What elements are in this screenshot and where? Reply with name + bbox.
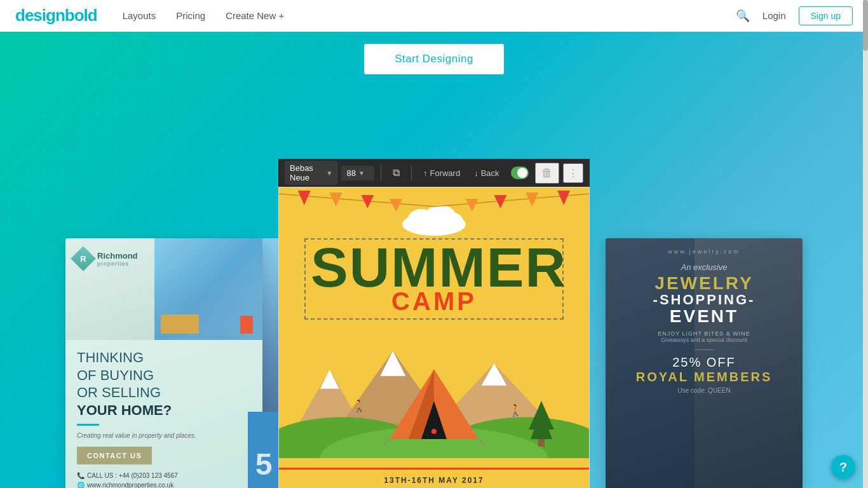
help-icon: ? bbox=[839, 460, 847, 475]
svg-marker-17 bbox=[320, 370, 339, 389]
scrollbar[interactable] bbox=[863, 0, 868, 488]
svg-point-27 bbox=[431, 429, 437, 434]
back-button[interactable]: ↓ Back bbox=[469, 166, 504, 180]
font-size-selector[interactable]: 88 ▼ bbox=[341, 166, 374, 180]
jewelry-members: ROYAL MEMBERS bbox=[617, 370, 791, 384]
svg-line-29 bbox=[478, 439, 485, 445]
jewelry-url: www.jewelry.com bbox=[617, 248, 791, 255]
jewelry-card: www.jewelry.com An exclusive JEWELRY -SH… bbox=[606, 238, 803, 488]
richmond-card: Richmond properties THINKING OF BUYING O… bbox=[65, 238, 262, 488]
delete-button[interactable]: 🗑 bbox=[535, 163, 559, 184]
richmond-photo bbox=[154, 238, 263, 340]
jewelry-content: www.jewelry.com An exclusive JEWELRY -SH… bbox=[606, 238, 803, 488]
richmond-sub: properties bbox=[97, 261, 138, 267]
date-banner: 13TH-16TH MAY 2017 $150 PER PERSON bbox=[279, 468, 589, 488]
poster-price: $150 PER PERSON bbox=[292, 485, 576, 488]
nav-pricing[interactable]: Pricing bbox=[176, 10, 205, 21]
copy-icon: ⧉ bbox=[393, 167, 400, 179]
richmond-diamond-icon bbox=[71, 246, 96, 271]
richmond-headline: THINKING OF BUYING OR SELLING YOUR HOME? bbox=[77, 349, 251, 419]
web-icon: 🌐 bbox=[77, 482, 85, 488]
headline-line2: OF BUYING bbox=[77, 367, 154, 383]
summer-title: SUMMER bbox=[311, 242, 557, 292]
svg-marker-9 bbox=[466, 199, 478, 212]
toolbar-separator-2 bbox=[411, 165, 412, 180]
visibility-toggle[interactable] bbox=[511, 166, 529, 179]
photo-chair bbox=[240, 316, 253, 334]
navbar: designbold Layouts Pricing Create New + … bbox=[0, 0, 868, 32]
font-name-label: Bebas Neue bbox=[290, 163, 324, 182]
login-link[interactable]: Login bbox=[763, 10, 786, 21]
svg-marker-6 bbox=[557, 191, 570, 205]
font-size-label: 88 bbox=[346, 168, 355, 178]
editor-toolbar: Bebas Neue ▼ 88 ▼ ⧉ ↑ Forward ↓ Back 🗑 ⋮ bbox=[278, 159, 590, 187]
phone-icon: 📞 bbox=[77, 472, 85, 479]
richmond-tagline: Creating real value in property and plac… bbox=[77, 432, 251, 439]
nav-links: Layouts Pricing Create New + bbox=[123, 10, 285, 21]
forward-label: Forward bbox=[430, 168, 460, 178]
richmond-call: 📞 CALL US : +44 (0)203 123 4567 bbox=[77, 472, 251, 479]
jewelry-title1b: LRY bbox=[713, 273, 754, 293]
back-label: Back bbox=[481, 168, 499, 178]
number-card-partial: 5 bbox=[248, 412, 280, 488]
svg-marker-7 bbox=[526, 193, 538, 207]
svg-marker-3 bbox=[330, 193, 342, 207]
font-name-chevron-icon: ▼ bbox=[327, 170, 333, 177]
copy-button[interactable]: ⧉ bbox=[388, 165, 405, 181]
members-text-1: ROY bbox=[636, 370, 668, 384]
jewelry-subtitle: ENJOY LIGHT BITES & WINE bbox=[617, 330, 791, 337]
richmond-card-body: THINKING OF BUYING OR SELLING YOUR HOME?… bbox=[65, 340, 262, 488]
nav-right: 🔍 Login Sign up bbox=[736, 6, 853, 25]
summer-text-selection[interactable]: SUMMER CAMP bbox=[304, 238, 564, 320]
jewelry-title1a: JEWE bbox=[654, 273, 712, 293]
contact-us-button[interactable]: CONTACT US bbox=[77, 447, 152, 464]
richmond-card-top: Richmond properties bbox=[65, 238, 262, 340]
richmond-brand: Richmond bbox=[97, 251, 138, 261]
main-canvas: Bebas Neue ▼ 88 ▼ ⧉ ↑ Forward ↓ Back 🗑 ⋮ bbox=[278, 159, 590, 488]
start-designing-button[interactable]: Start Designing bbox=[363, 43, 505, 75]
svg-marker-5 bbox=[390, 199, 402, 212]
nav-create-new[interactable]: Create New + bbox=[226, 10, 284, 21]
number-card-num: 5 bbox=[255, 447, 273, 482]
bunting-decoration bbox=[279, 187, 589, 228]
font-size-chevron-icon: ▼ bbox=[358, 170, 365, 177]
jewelry-code: Use code: QUEEN bbox=[617, 387, 791, 394]
jewelry-title1: JEWELRY bbox=[617, 274, 791, 292]
font-name-selector[interactable]: Bebas Neue ▼ bbox=[285, 161, 337, 185]
jewelry-title3: EVENT bbox=[617, 308, 791, 325]
members-text-2: A bbox=[668, 370, 679, 384]
poster-date: 13TH-16TH MAY 2017 bbox=[292, 476, 576, 485]
toolbar-separator-1 bbox=[381, 165, 381, 180]
start-btn-wrapper: Start Designing bbox=[363, 43, 505, 75]
svg-rect-32 bbox=[538, 439, 545, 447]
more-options-button[interactable]: ⋮ bbox=[563, 163, 583, 183]
back-arrow-icon: ↓ bbox=[474, 168, 478, 178]
nav-layouts[interactable]: Layouts bbox=[123, 10, 156, 21]
hiker-left-icon: 🚶 bbox=[352, 399, 366, 413]
richmond-website: 🌐 www.richmondproperties.co.uk bbox=[77, 482, 251, 488]
svg-marker-2 bbox=[298, 191, 311, 205]
logo-part2: bold bbox=[65, 6, 97, 25]
richmond-logo-section: Richmond properties bbox=[65, 238, 154, 340]
poster-inner: SUMMER CAMP bbox=[279, 187, 589, 488]
jewelry-desc: Giveaways and a special discount bbox=[617, 337, 791, 343]
jewelry-title2: -SHOPPING- bbox=[617, 292, 791, 308]
scrollbar-thumb[interactable] bbox=[863, 0, 868, 51]
richmond-name-block: Richmond properties bbox=[97, 251, 138, 267]
svg-line-28 bbox=[383, 439, 390, 445]
headline-line1: THINKING bbox=[77, 349, 144, 365]
forward-button[interactable]: ↑ Forward bbox=[418, 166, 465, 180]
pine-tree-right bbox=[526, 398, 557, 451]
richmond-divider bbox=[77, 424, 99, 426]
web-text: www.richmondproperties.co.uk bbox=[87, 482, 173, 488]
signup-button[interactable]: Sign up bbox=[799, 6, 853, 25]
help-button[interactable]: ? bbox=[831, 455, 855, 479]
call-text: CALL US : +44 (0)203 123 4567 bbox=[87, 472, 178, 479]
site-logo[interactable]: designbold bbox=[15, 6, 97, 25]
search-icon[interactable]: 🔍 bbox=[736, 9, 750, 23]
tent-decoration bbox=[383, 363, 485, 448]
jewelry-exclusive: An exclusive bbox=[617, 262, 791, 272]
forward-arrow-icon: ↑ bbox=[423, 168, 428, 178]
photo-table bbox=[161, 315, 199, 334]
hiker-right-icon: 🚶 bbox=[508, 403, 522, 417]
